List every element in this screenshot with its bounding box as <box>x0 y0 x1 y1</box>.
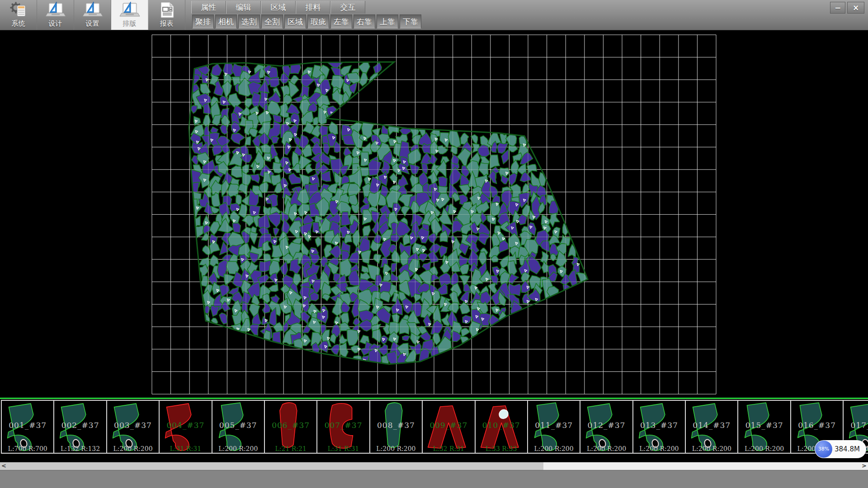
title-bar: 系统 设计 设置 排版 报表 属性编辑区域排料交互 聚排相机选割全割区域瑕疵左靠… <box>0 0 868 30</box>
piece-thumbnail[interactable]: 012_#37 L:200 R:200 <box>580 400 633 454</box>
scroll-right-button[interactable]: > <box>860 462 868 470</box>
piece-lr-label: L:32 R:31 <box>423 445 474 452</box>
tool-label: 报表 <box>160 19 174 28</box>
piece-id-label: 010_#37 <box>476 421 527 430</box>
piece-thumbnail[interactable]: 004_#37 L:31 R:31 <box>159 400 212 454</box>
piece-id-label: 007_#37 <box>317 421 369 430</box>
close-button[interactable]: × <box>847 2 864 14</box>
piece-thumbnail[interactable]: 015_#37 L:200 R:200 <box>737 400 791 454</box>
system-tool-button[interactable]: 系统 <box>0 0 37 30</box>
piece-lr-label: L:21 R:21 <box>265 445 316 452</box>
camera-button[interactable]: 相机 <box>215 14 237 28</box>
cut-all-button[interactable]: 全割 <box>261 14 283 28</box>
piece-lr-label: L:200 R:200 <box>528 445 580 452</box>
piece-thumbnail[interactable]: 014_#37 L:200 R:200 <box>685 400 738 454</box>
piece-lr-label: L:200 R:200 <box>686 445 737 452</box>
minimize-button[interactable]: − <box>830 2 845 14</box>
piece-thumbnail[interactable]: 010_#37 L:33 R:33 <box>475 400 528 454</box>
piece-id-label: 013_#37 <box>633 421 685 430</box>
piece-id-label: 014_#37 <box>686 421 737 430</box>
tab-region[interactable]: 区域 <box>261 1 296 14</box>
piece-lr-label: L:33 R:33 <box>476 445 527 452</box>
piece-id-label: 003_#37 <box>107 421 159 430</box>
piece-thumbnail-strip: 001_#37 L:700 R:700 002_#37 L:132 R:132 … <box>0 398 868 462</box>
piece-id-label: 016_#37 <box>791 421 843 430</box>
defect-button[interactable]: 瑕疵 <box>307 14 329 28</box>
piece-lr-label: L:31 R:31 <box>160 445 211 452</box>
piece-id-label: 008_#37 <box>370 421 422 430</box>
piece-id-label: 012_#37 <box>580 421 632 430</box>
piece-thumbnail[interactable]: 003_#37 L:200 R:200 <box>106 400 160 454</box>
piece-thumbnail-cells: 001_#37 L:700 R:700 002_#37 L:132 R:132 … <box>0 400 868 454</box>
piece-lr-label: L:200 R:200 <box>212 445 264 452</box>
piece-id-label: 009_#37 <box>423 421 474 430</box>
tool-label: 设置 <box>86 19 99 28</box>
piece-lr-label: L:132 R:132 <box>54 445 106 452</box>
status-bar <box>0 470 868 488</box>
piece-thumbnail[interactable]: 011_#37 L:200 R:200 <box>527 400 580 454</box>
select-cut-button[interactable]: 选割 <box>238 14 260 28</box>
snap-right-button[interactable]: 右靠 <box>354 14 375 28</box>
piece-id-label: 002_#37 <box>54 421 106 430</box>
piece-thumbnail[interactable]: 005_#37 L:200 R:200 <box>212 400 265 454</box>
strip-separator-line <box>0 398 868 399</box>
piece-lr-label: L:31 R:31 <box>317 445 369 452</box>
main-tool-group: 系统 设计 设置 排版 报表 <box>0 0 185 30</box>
piece-thumbnail[interactable]: 001_#37 L:700 R:700 <box>1 400 54 454</box>
report-tool-button[interactable]: 报表 <box>148 0 185 30</box>
design-tool-button[interactable]: 设计 <box>37 0 74 30</box>
piece-id-label: 005_#37 <box>212 421 264 430</box>
layout-tool-button[interactable]: 排版 <box>111 0 148 30</box>
piece-lr-label: L:200 R:200 <box>107 445 159 452</box>
piece-lr-label: L:200 R:200 <box>580 445 632 452</box>
settings-icon <box>82 1 103 19</box>
memory-badge[interactable]: 38% 384.8M <box>815 440 866 458</box>
nesting-canvas[interactable] <box>0 30 868 398</box>
system-icon <box>9 1 28 19</box>
piece-id-label: 001_#37 <box>2 421 53 430</box>
piece-thumbnail[interactable]: 006_#37 L:21 R:21 <box>264 400 317 454</box>
piece-thumbnail[interactable]: 013_#37 L:200 R:200 <box>632 400 686 454</box>
report-icon <box>158 1 175 19</box>
tool-label: 系统 <box>12 19 25 28</box>
design-icon <box>45 1 66 19</box>
settings-tool-button[interactable]: 设置 <box>74 0 111 30</box>
progress-circle: 38% <box>815 441 832 458</box>
snap-bottom-button[interactable]: 下靠 <box>400 14 421 28</box>
piece-id-label: 004_#37 <box>160 421 211 430</box>
piece-lr-label: L:700 R:700 <box>2 445 53 452</box>
ribbon-tab-row: 属性编辑区域排料交互 <box>191 1 365 14</box>
piece-id-label: 011_#37 <box>528 421 580 430</box>
scroll-left-button[interactable]: < <box>0 462 8 470</box>
piece-thumbnail[interactable]: 007_#37 L:31 R:31 <box>316 400 370 454</box>
piece-id-label: 006_#37 <box>265 421 316 430</box>
piece-thumbnail[interactable]: 009_#37 L:32 R:31 <box>422 400 475 454</box>
scroll-thumb[interactable] <box>8 462 543 470</box>
ribbon-action-row: 聚排相机选割全割区域瑕疵左靠右靠上靠下靠 <box>192 14 423 28</box>
piece-id-label: 017_#37 <box>844 421 868 430</box>
tab-properties[interactable]: 属性 <box>191 1 226 14</box>
piece-lr-label: L:200 R:200 <box>738 445 790 452</box>
region-button[interactable]: 区域 <box>284 14 306 28</box>
tab-nesting[interactable]: 排料 <box>296 1 330 14</box>
memory-size-label: 384.8M <box>835 440 864 458</box>
piece-thumbnail[interactable]: 002_#37 L:132 R:132 <box>53 400 107 454</box>
piece-lr-label: L:200 R:200 <box>370 445 422 452</box>
tab-interaction[interactable]: 交互 <box>330 1 365 14</box>
cluster-nest-button[interactable]: 聚排 <box>192 14 214 28</box>
tool-label: 设计 <box>49 19 62 28</box>
piece-thumbnail[interactable]: 008_#37 L:200 R:200 <box>369 400 423 454</box>
thumbnail-scrollbar[interactable]: < > <box>0 462 868 470</box>
nesting-drawing <box>0 30 868 398</box>
piece-id-label: 015_#37 <box>738 421 790 430</box>
tab-edit[interactable]: 编辑 <box>226 1 261 14</box>
snap-left-button[interactable]: 左靠 <box>330 14 352 28</box>
snap-top-button[interactable]: 上靠 <box>377 14 398 28</box>
tool-label: 排版 <box>123 19 137 28</box>
layout-icon <box>119 1 140 19</box>
piece-lr-label: L:200 R:200 <box>633 445 685 452</box>
